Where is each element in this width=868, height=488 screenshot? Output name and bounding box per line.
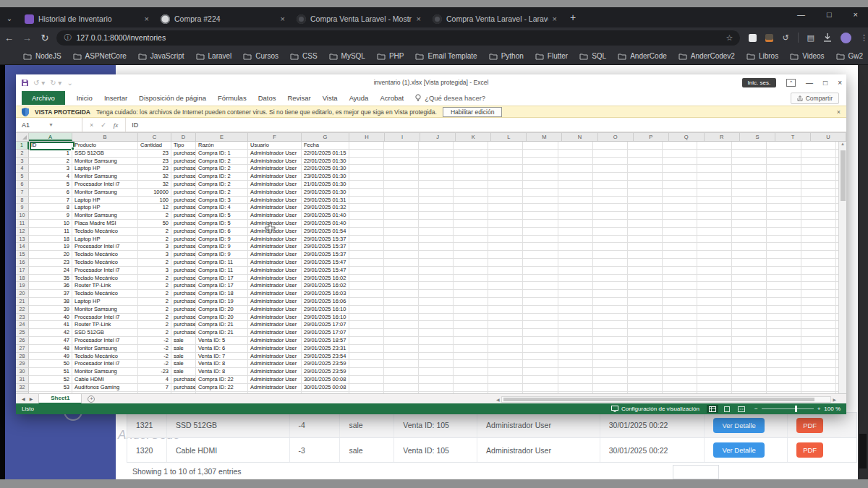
cell-g[interactable]: 30/01/2025 00:08: [302, 384, 349, 392]
cell-f[interactable]: Administrador User: [248, 243, 302, 251]
cell-f[interactable]: Administrador User: [248, 204, 302, 212]
column-header[interactable]: Q: [669, 133, 705, 141]
cell-a[interactable]: 8: [29, 204, 72, 212]
row-header[interactable]: 5: [16, 173, 29, 181]
cell-f[interactable]: Administrador User: [248, 282, 302, 290]
cell-e[interactable]: Compra ID: 22: [196, 376, 248, 384]
cell-e[interactable]: Razón: [196, 142, 248, 150]
bookmark-folder[interactable]: CSS: [290, 52, 318, 60]
cell-d[interactable]: purchase: [171, 228, 196, 236]
cell-g[interactable]: 29/01/2025 17:07: [302, 321, 349, 329]
cell-e[interactable]: Compra ID: 11: [196, 267, 248, 275]
cell-c[interactable]: 23: [138, 165, 171, 173]
cell-f[interactable]: Administrador User: [248, 360, 302, 368]
tab-close-icon[interactable]: ×: [281, 14, 285, 23]
excel-maximize-icon[interactable]: □: [823, 79, 827, 87]
bookmark-folder[interactable]: Libros: [746, 52, 778, 60]
cell-c[interactable]: -2: [138, 353, 171, 361]
cell-a[interactable]: 37: [29, 290, 72, 298]
bookmark-folder[interactable]: Laravel: [196, 52, 232, 60]
cell-b[interactable]: Procesador Intel i7: [72, 181, 138, 189]
cell-e[interactable]: Venta ID: 7: [196, 353, 248, 361]
cell-f[interactable]: Administrador User: [248, 337, 302, 345]
bookmark-folder[interactable]: Videos: [790, 52, 824, 60]
page-layout-view-icon[interactable]: [721, 405, 733, 413]
cell-b[interactable]: Placa Madre MSI: [72, 220, 138, 228]
ribbon-tab[interactable]: Disposición de página: [139, 94, 206, 102]
row-header[interactable]: 11: [16, 220, 29, 228]
cell-c[interactable]: 50: [138, 220, 171, 228]
cell-g[interactable]: 22/01/2025 01:30: [302, 165, 349, 173]
cell-b[interactable]: Teclado Mecánico: [72, 275, 138, 283]
empty-cells[interactable]: [349, 228, 838, 236]
cell-d[interactable]: purchase: [171, 165, 196, 173]
browser-tab[interactable]: Compra Venta Laravel - Mostr ×: [291, 10, 427, 27]
row-header[interactable]: 9: [16, 204, 29, 212]
cell-a[interactable]: 41: [29, 321, 72, 329]
row-header[interactable]: 21: [16, 298, 29, 306]
empty-cells[interactable]: [349, 360, 838, 368]
row-header[interactable]: 8: [16, 197, 29, 205]
bookmark-folder[interactable]: SQL: [579, 52, 606, 60]
cell-a[interactable]: 39: [29, 306, 72, 314]
cell-f[interactable]: Administrador User: [248, 181, 302, 189]
empty-cells[interactable]: [349, 212, 838, 220]
tab-close-icon[interactable]: ×: [145, 14, 149, 23]
empty-cells[interactable]: [349, 290, 838, 298]
page-scrollbar-thumb[interactable]: [859, 434, 867, 468]
empty-cells[interactable]: [349, 376, 838, 384]
empty-cells[interactable]: [349, 204, 838, 212]
empty-cells[interactable]: [349, 142, 838, 150]
cell-c[interactable]: 32: [138, 173, 171, 181]
cell-f[interactable]: Administrador User: [248, 298, 302, 306]
cell-e[interactable]: Compra ID: 21: [196, 329, 248, 337]
cell-d[interactable]: purchase: [171, 173, 196, 181]
empty-cells[interactable]: [349, 306, 838, 314]
cell-e[interactable]: Compra ID: 6: [196, 228, 248, 236]
column-header[interactable]: I: [385, 133, 420, 141]
insert-function-icon[interactable]: fx: [114, 121, 119, 129]
bookmark-folder[interactable]: AnderCode: [618, 52, 667, 60]
excel-close-icon[interactable]: ×: [838, 79, 842, 87]
column-header[interactable]: E: [196, 133, 248, 141]
cell-a[interactable]: 4: [29, 173, 72, 181]
cell-a[interactable]: 51: [29, 368, 72, 376]
empty-cells[interactable]: [349, 267, 838, 275]
cell-a[interactable]: 42: [29, 329, 72, 337]
cell-g[interactable]: 29/01/2025 01:40: [302, 220, 349, 228]
row-header[interactable]: 2: [16, 150, 29, 158]
cell-d[interactable]: purchase: [171, 376, 196, 384]
cell-f[interactable]: Administrador User: [248, 345, 302, 353]
row-header[interactable]: 23: [16, 314, 29, 322]
cell-e[interactable]: Compra ID: 3: [196, 197, 248, 205]
row-header[interactable]: 27: [16, 345, 29, 353]
cell-c[interactable]: 12: [138, 204, 171, 212]
cell-d[interactable]: purchase: [171, 181, 196, 189]
cell-f[interactable]: Administrador User: [248, 368, 302, 376]
ribbon-tab[interactable]: Inicio: [77, 94, 93, 102]
hscroll-right-icon[interactable]: ▶: [833, 397, 836, 402]
cell-b[interactable]: Teclado Mecánico: [72, 259, 138, 267]
cell-f[interactable]: Administrador User: [248, 290, 302, 298]
empty-cells[interactable]: [349, 345, 838, 353]
cell-g[interactable]: 29/01/2025 23:31: [302, 345, 349, 353]
row-header[interactable]: 29: [16, 360, 29, 368]
cell-b[interactable]: Cable HDMI: [72, 376, 138, 384]
empty-cells[interactable]: [349, 329, 838, 337]
sign-in-button[interactable]: Inic. ses.: [742, 78, 777, 87]
empty-cells[interactable]: [349, 368, 838, 376]
cell-f[interactable]: Administrador User: [248, 251, 302, 259]
cell-e[interactable]: Compra ID: 2: [196, 189, 248, 197]
cell-b[interactable]: Monitor Samsung: [72, 158, 138, 166]
column-header[interactable]: P: [634, 133, 669, 141]
media-panel-icon[interactable]: ▤: [807, 33, 814, 43]
row-header[interactable]: 7: [16, 189, 29, 197]
cell-d[interactable]: purchase: [171, 236, 196, 244]
cell-d[interactable]: purchase: [171, 282, 196, 290]
cell-f[interactable]: Administrador User: [248, 306, 302, 314]
hscroll-thumb[interactable]: [503, 398, 814, 401]
cell-c[interactable]: 23: [138, 150, 171, 158]
empty-cells[interactable]: [349, 298, 838, 306]
column-header[interactable]: C: [138, 133, 171, 141]
cell-d[interactable]: sale: [171, 360, 196, 368]
